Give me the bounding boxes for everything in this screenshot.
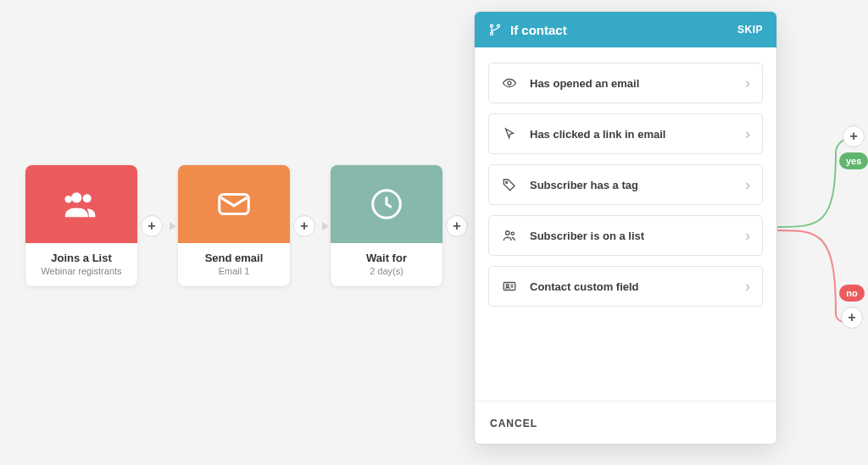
add-step-button[interactable]: +	[141, 215, 163, 237]
panel-body: Has opened an email › Has clicked a link…	[475, 47, 776, 401]
add-step-button[interactable]: +	[293, 215, 315, 237]
add-step-button[interactable]: +	[446, 215, 468, 237]
svg-rect-12	[504, 283, 515, 291]
no-badge: no	[839, 285, 865, 302]
option-has-opened-email[interactable]: Has opened an email ›	[488, 63, 763, 103]
envelope-icon	[178, 165, 290, 243]
option-label: Has clicked a link in email	[530, 128, 745, 141]
node-title: Joins a List	[31, 252, 132, 264]
branch-connectors	[776, 0, 868, 465]
branch-yes: + yes	[839, 125, 868, 169]
id-card-icon	[501, 279, 518, 294]
chevron-right-icon: ›	[745, 227, 750, 245]
svg-point-8	[508, 81, 511, 85]
svg-point-5	[490, 25, 492, 27]
clock-icon	[331, 165, 442, 243]
add-yes-step-button[interactable]: +	[843, 125, 865, 147]
cursor-icon	[501, 126, 518, 141]
node-subtitle: Email 1	[183, 266, 285, 276]
node-send-email[interactable]: Send email Email 1	[178, 165, 290, 286]
tag-icon	[501, 177, 518, 192]
branch-no: no +	[839, 285, 865, 329]
condition-panel: If contact SKIP Has opened an email › Ha…	[475, 12, 776, 444]
svg-point-11	[511, 232, 514, 235]
option-label: Has opened an email	[530, 77, 745, 90]
svg-point-7	[490, 32, 492, 35]
svg-point-0	[71, 192, 81, 202]
chevron-right-icon: ›	[745, 278, 750, 296]
workflow-track: Joins a List Webinar registrants + Send …	[25, 165, 483, 286]
option-contact-custom-field[interactable]: Contact custom field ›	[488, 266, 763, 307]
node-title: Wait for	[336, 252, 437, 264]
node-subtitle: Webinar registrants	[31, 266, 132, 276]
panel-title: If contact	[510, 23, 567, 37]
node-subtitle: 2 day(s)	[336, 266, 437, 276]
chevron-right-icon: ›	[745, 176, 750, 194]
branch-icon	[488, 23, 502, 36]
eye-icon	[501, 75, 518, 91]
skip-button[interactable]: SKIP	[737, 24, 763, 36]
users-icon	[501, 228, 518, 243]
chevron-right-icon: ›	[745, 125, 750, 143]
chevron-right-icon: ›	[745, 75, 750, 92]
arrow-icon	[163, 225, 175, 227]
svg-point-1	[83, 194, 92, 202]
arrow-icon	[315, 225, 327, 227]
option-label: Subscriber has a tag	[530, 179, 745, 191]
users-icon	[25, 165, 137, 243]
option-label: Subscriber is on a list	[530, 230, 745, 242]
svg-point-10	[506, 231, 510, 235]
svg-point-13	[506, 285, 509, 287]
option-has-clicked-link[interactable]: Has clicked a link in email ›	[488, 113, 763, 154]
option-label: Contact custom field	[530, 280, 745, 293]
add-no-step-button[interactable]: +	[841, 307, 863, 329]
panel-header: If contact SKIP	[475, 12, 776, 47]
option-subscriber-has-tag[interactable]: Subscriber has a tag ›	[488, 164, 763, 205]
option-subscriber-on-list[interactable]: Subscriber is on a list ›	[488, 215, 763, 256]
panel-footer: CANCEL	[475, 401, 776, 444]
svg-point-6	[497, 25, 499, 27]
connector: +	[141, 215, 175, 237]
node-wait-for[interactable]: Wait for 2 day(s)	[331, 165, 442, 286]
svg-point-9	[506, 181, 508, 183]
node-joins-a-list[interactable]: Joins a List Webinar registrants	[25, 165, 137, 286]
svg-rect-3	[220, 195, 249, 214]
node-title: Send email	[183, 252, 285, 264]
svg-point-2	[64, 196, 71, 202]
cancel-button[interactable]: CANCEL	[490, 418, 537, 429]
yes-badge: yes	[839, 152, 868, 169]
connector: +	[293, 215, 327, 237]
